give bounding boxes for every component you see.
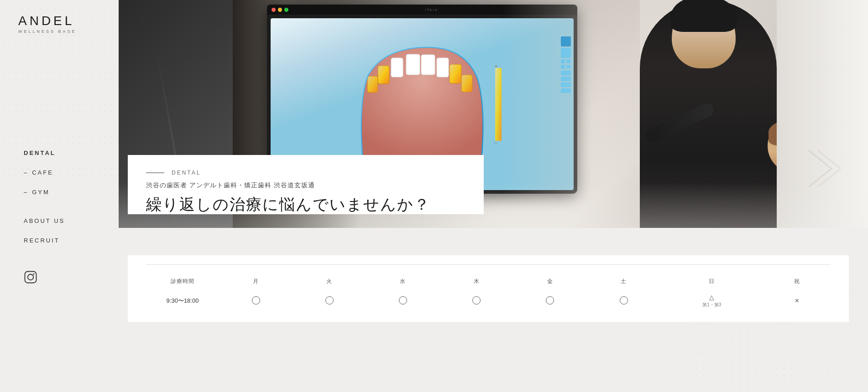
section-label: DENTAL [146, 170, 465, 176]
label-line [146, 172, 164, 173]
label-text: DENTAL [172, 170, 201, 176]
svg-point-1 [28, 274, 34, 280]
cell-mon [219, 289, 293, 313]
arrow-decoration [804, 146, 841, 193]
maximize-btn [284, 8, 288, 12]
schedule-section: 診療時間 月 火 水 木 金 土 日 祝 9:30〜18:00 [128, 255, 849, 322]
svg-rect-0 [25, 272, 37, 283]
nav-item-cafe[interactable]: – CAFE [0, 163, 119, 182]
tooth-arch-container: ▲ ▽ [335, 41, 509, 168]
svg-rect-4 [421, 55, 435, 75]
svg-rect-3 [406, 54, 420, 75]
nav-label-dental: DENTAL [24, 150, 56, 156]
schedule-row: 9:30〜18:00 △ 第1・第3 × [146, 289, 831, 313]
cell-fri [513, 289, 587, 313]
main-content: ViewSonic iTero [119, 0, 868, 392]
nav-menu: DENTAL – CAFE – GYM ABOUT US RECRUIT [0, 52, 119, 286]
hero-heading: 繰り返しの治療に悩んでいませんか？ [146, 194, 465, 214]
nav-item-gym[interactable]: – GYM [0, 182, 119, 202]
cell-sun: △ 第1・第3 [660, 289, 763, 313]
tooth-arch-svg: ▲ ▽ [335, 41, 509, 168]
cell-time: 9:30〜18:00 [146, 289, 219, 313]
col-header-fri: 金 [513, 274, 587, 289]
person-photo-area [503, 0, 868, 228]
svg-text:▲: ▲ [494, 64, 498, 68]
nav-label-gym: GYM [32, 189, 50, 196]
col-header-sun: 日 [660, 274, 763, 289]
cell-sat [587, 289, 660, 313]
right-cabinet [777, 0, 868, 228]
person-hair [670, 0, 737, 32]
cell-hol: × [763, 289, 831, 313]
col-header-thu: 木 [440, 274, 513, 289]
nav-item-dental[interactable]: DENTAL [0, 143, 119, 163]
svg-rect-9 [450, 64, 461, 83]
svg-text:▽: ▽ [494, 141, 497, 145]
triangle-sun: △ [709, 294, 714, 301]
circle-thu [472, 296, 481, 304]
sidebar: ANDEL WELLNESS BASE DENTAL – CAFE – GYM … [0, 0, 119, 392]
col-header-sat: 土 [587, 274, 660, 289]
cell-wed [366, 289, 439, 313]
col-header-hol: 祝 [763, 274, 831, 289]
svg-rect-6 [378, 66, 389, 84]
col-header-mon: 月 [219, 274, 293, 289]
svg-rect-10 [461, 75, 472, 92]
cell-thu [440, 289, 513, 313]
nav-dash-cafe: – [24, 169, 28, 176]
schedule-divider [146, 264, 831, 265]
col-header-tue: 火 [293, 274, 366, 289]
logo-area: ANDEL WELLNESS BASE [0, 14, 119, 34]
schedule-table: 診療時間 月 火 水 木 金 土 日 祝 9:30〜18:00 [146, 274, 831, 313]
svg-rect-5 [391, 58, 403, 77]
cell-tue [293, 289, 366, 313]
nav-item-about[interactable]: ABOUT US [0, 211, 119, 231]
x-mark-hol: × [795, 297, 799, 305]
svg-rect-11 [495, 68, 502, 141]
hero-subtitle: 渋谷の歯医者 アンデルト歯科・矯正歯科 渋谷道玄坂通 [146, 181, 465, 190]
nav-label-about: ABOUT US [24, 217, 65, 224]
svg-rect-8 [437, 58, 449, 77]
logo-subtitle: WELLNESS BASE [18, 29, 119, 34]
svg-point-2 [33, 273, 34, 275]
col-header-time: 診療時間 [146, 274, 219, 289]
circle-mon [252, 296, 260, 304]
logo-text: ANDEL [18, 14, 119, 28]
circle-tue [325, 296, 334, 304]
schedule-header-row: 診療時間 月 火 水 木 金 土 日 祝 [146, 274, 831, 289]
circle-wed [399, 296, 407, 304]
nav-item-recruit[interactable]: RECRUIT [0, 231, 119, 250]
svg-rect-7 [367, 76, 378, 93]
instagram-link[interactable] [0, 261, 119, 286]
content-panel: DENTAL 渋谷の歯医者 アンデルト歯科・矯正歯科 渋谷道玄坂通 繰り返しの治… [128, 155, 484, 214]
minimize-btn [278, 8, 282, 12]
instagram-icon [24, 270, 37, 284]
close-btn [272, 8, 276, 12]
nav-label-recruit: RECRUIT [24, 237, 60, 244]
circle-sat [620, 296, 628, 304]
circle-fri [546, 296, 554, 304]
nav-label-cafe: CAFE [32, 169, 53, 176]
sun-note: 第1・第3 [669, 302, 754, 308]
col-header-wed: 水 [366, 274, 439, 289]
nav-dash-gym: – [24, 189, 28, 196]
